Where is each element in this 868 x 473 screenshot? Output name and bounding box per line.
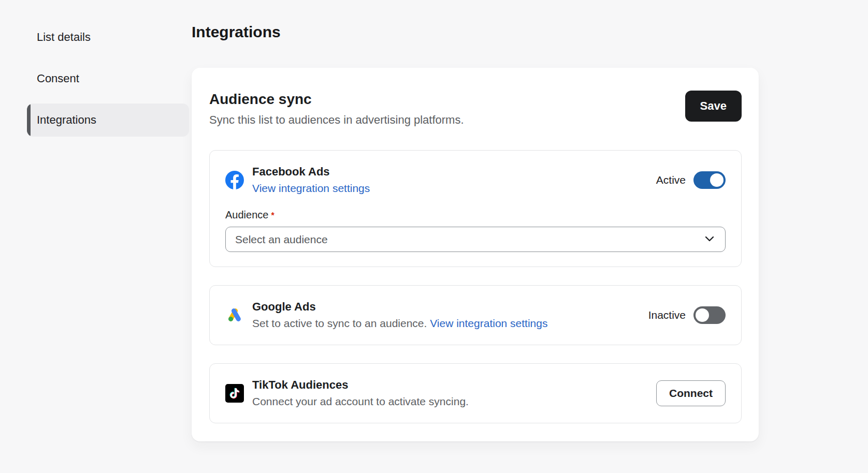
google-status-group: Inactive: [648, 306, 726, 324]
settings-sidebar: List details Consent Integrations: [27, 21, 189, 473]
facebook-view-settings-link[interactable]: View integration settings: [252, 182, 370, 194]
save-button[interactable]: Save: [685, 91, 742, 122]
sidebar-item-list-details[interactable]: List details: [27, 21, 189, 54]
google-description: Set to active to sync to an audience.: [252, 317, 427, 329]
google-active-toggle[interactable]: [693, 306, 726, 324]
panel-title: Audience sync: [209, 91, 464, 108]
tiktok-titles: TikTok Audiences Connect your ad account…: [252, 378, 646, 408]
tiktok-audiences-card: TikTok Audiences Connect your ad account…: [209, 363, 742, 423]
audience-select-placeholder: Select an audience: [235, 233, 703, 246]
audience-field-label: Audience: [225, 209, 268, 220]
panel-header: Audience sync Sync this list to audience…: [209, 91, 742, 127]
facebook-ads-card: Facebook Ads View integration settings A…: [209, 150, 742, 267]
page-title: Integrations: [192, 23, 759, 41]
tiktok-icon: [225, 384, 244, 403]
panel-header-text: Audience sync Sync this list to audience…: [209, 91, 464, 127]
required-asterisk: *: [271, 211, 274, 220]
facebook-icon: [225, 171, 244, 189]
facebook-active-toggle[interactable]: [693, 171, 726, 189]
facebook-status-label: Active: [656, 174, 686, 186]
chevron-down-icon: [703, 232, 716, 247]
audience-field: Audience* Select an audience: [225, 209, 726, 252]
google-title: Google Ads: [252, 300, 638, 314]
google-description-row: Set to active to sync to an audience. Vi…: [252, 317, 638, 330]
sidebar-item-consent[interactable]: Consent: [27, 62, 189, 95]
tiktok-connect-button[interactable]: Connect: [656, 380, 726, 406]
panel-subtitle: Sync this list to audiences in advertisi…: [209, 113, 464, 127]
selected-indicator-bar: [27, 62, 31, 95]
selected-indicator-bar: [27, 104, 31, 137]
facebook-titles: Facebook Ads View integration settings: [252, 165, 646, 195]
google-ads-icon: [225, 306, 244, 324]
google-status-label: Inactive: [648, 309, 686, 321]
selected-indicator-bar: [27, 21, 31, 54]
google-view-settings-link[interactable]: View integration settings: [430, 317, 547, 329]
audience-select[interactable]: Select an audience: [225, 227, 726, 252]
facebook-ads-row: Facebook Ads View integration settings A…: [225, 165, 726, 195]
main-content: Integrations Audience sync Sync this lis…: [192, 0, 759, 473]
google-ads-row: Google Ads Set to active to sync to an a…: [225, 300, 726, 330]
toggle-knob: [696, 308, 709, 322]
facebook-title: Facebook Ads: [252, 165, 646, 179]
sidebar-item-label: Integrations: [37, 113, 96, 127]
tiktok-title: TikTok Audiences: [252, 378, 646, 392]
sidebar-item-integrations[interactable]: Integrations: [27, 104, 189, 137]
facebook-settings-row: View integration settings: [252, 182, 646, 195]
facebook-status-group: Active: [656, 171, 726, 189]
google-ads-card: Google Ads Set to active to sync to an a…: [209, 285, 742, 345]
sidebar-item-label: Consent: [37, 72, 79, 85]
tiktok-row: TikTok Audiences Connect your ad account…: [225, 378, 726, 408]
toggle-knob: [710, 173, 724, 187]
google-titles: Google Ads Set to active to sync to an a…: [252, 300, 638, 330]
tiktok-description: Connect your ad account to activate sync…: [252, 395, 646, 408]
audience-sync-panel: Audience sync Sync this list to audience…: [192, 68, 759, 441]
sidebar-item-label: List details: [37, 31, 91, 44]
